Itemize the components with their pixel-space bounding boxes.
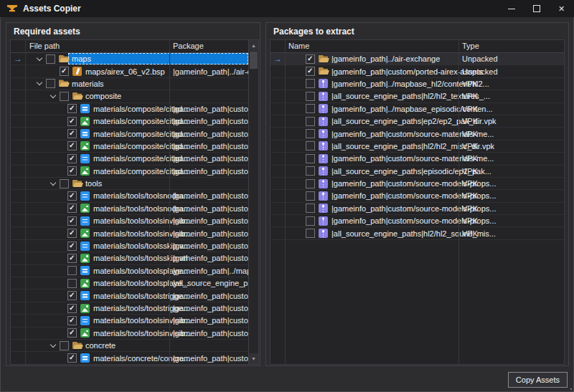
tree-row[interactable]: materials/composite/citad...|gameinfo_pa… [11, 115, 248, 128]
row-checkbox[interactable] [67, 216, 77, 226]
row-content: |gameinfo_path|custom/source-models-prop… [285, 190, 564, 201]
package-row[interactable]: |all_source_engine_paths|episodic/ep1_pa… [270, 166, 564, 178]
row-checkbox[interactable] [67, 166, 77, 176]
row-checkbox[interactable] [306, 129, 315, 138]
tree-row[interactable]: materials/tools/toolstrigge...|gameinfo_… [11, 302, 248, 315]
row-checkbox[interactable] [67, 279, 77, 288]
resize-grip[interactable] [568, 386, 573, 391]
package-row[interactable]: |gameinfo_path|custom/source-materials-m… [270, 153, 564, 165]
package-row[interactable]: |gameinfo_path|../mapbase_episodic/conte… [270, 103, 564, 115]
row-checkbox[interactable] [306, 229, 315, 238]
tree-row[interactable]: materials/tools/toolsplaye...|all_source… [11, 277, 248, 290]
row-checkbox[interactable] [306, 141, 315, 150]
row-checkbox[interactable] [67, 242, 77, 251]
package-row[interactable]: |gameinfo_path|custom/ported-airex-asset… [270, 65, 564, 77]
tree-row[interactable]: composite [11, 90, 248, 102]
row-checkbox[interactable] [306, 204, 315, 213]
row-checkbox[interactable] [67, 304, 77, 313]
tree-row[interactable]: materials/tools/toolsskip.v...|gameinfo_… [11, 240, 248, 252]
tree-row[interactable]: concrete [11, 340, 248, 352]
row-checkbox[interactable] [46, 54, 55, 64]
expander-chevron-icon[interactable] [35, 79, 44, 88]
row-checkbox[interactable] [67, 204, 77, 213]
tree-row[interactable]: materials/tools/toolsnodra...|gameinfo_p… [11, 203, 248, 215]
tree-row[interactable]: materials/tools/toolsinvisib...|gameinfo… [11, 215, 248, 227]
row-checkbox[interactable] [306, 79, 315, 88]
tree-row[interactable]: materials/tools/toolsinvisib...|gameinfo… [11, 328, 248, 340]
tree-row[interactable]: materials/composite/citad...|gameinfo_pa… [11, 140, 248, 153]
row-checkbox[interactable] [67, 266, 77, 275]
package-row[interactable]: |gameinfo_path|../mapbase_hl2/content/hl… [270, 78, 564, 90]
row-checkbox[interactable] [306, 117, 315, 126]
row-checkbox[interactable] [46, 79, 55, 88]
expander-chevron-icon[interactable] [49, 341, 58, 350]
copy-assets-button[interactable]: Copy Assets [508, 372, 568, 388]
tree-row[interactable]: materials/tools/toolstrigge...|gameinfo_… [11, 290, 248, 302]
expander-chevron-icon[interactable] [35, 54, 44, 64]
row-checkbox[interactable] [306, 92, 315, 101]
package-row[interactable]: |all_source_engine_paths|hl2/hl2_sound_m… [270, 227, 564, 239]
row-checkbox[interactable] [306, 67, 315, 76]
package-row[interactable]: |gameinfo_path|custom/source-models-prop… [270, 203, 564, 215]
row-checkbox[interactable] [67, 129, 77, 138]
row-checkbox[interactable] [306, 104, 315, 113]
package-cell-label [169, 53, 248, 64]
column-header-file-path[interactable]: File path [29, 42, 60, 50]
close-button-icon[interactable]: ✕ [549, 0, 574, 17]
row-checkbox[interactable] [67, 328, 77, 338]
expander-chevron-icon[interactable] [49, 92, 58, 101]
expander-chevron-icon[interactable] [49, 179, 58, 188]
maximize-button-icon[interactable] [524, 0, 549, 17]
row-checkbox[interactable] [306, 166, 315, 176]
row-checkbox[interactable] [306, 216, 315, 226]
tree-row[interactable]: materials/tools/toolsplaye...|gameinfo_p… [11, 265, 248, 277]
row-checkbox[interactable] [60, 341, 69, 350]
tree-row[interactable]: maps/airex_06_v2.bsp|gameinfo_path|../ai… [11, 65, 248, 77]
package-row[interactable]: |all_source_engine_paths|hl2/hl2_misc_di… [270, 140, 564, 153]
row-checkbox[interactable] [67, 117, 77, 126]
minimize-button-icon[interactable] [499, 0, 524, 17]
package-row[interactable]: |gameinfo_path|custom/source-models-prop… [270, 190, 564, 202]
scrollbar-thumb[interactable] [250, 52, 258, 69]
column-header-type[interactable]: Type [462, 42, 479, 50]
row-checkbox[interactable] [67, 154, 77, 163]
row-checkbox[interactable] [67, 353, 77, 363]
tree-row[interactable]: materials/composite/citad...|gameinfo_pa… [11, 153, 248, 165]
tree-row[interactable]: materials [11, 78, 248, 90]
tree-row[interactable]: →maps [11, 53, 248, 65]
row-checkbox[interactable] [306, 154, 315, 163]
package-row[interactable]: |gameinfo_path|custom/source-models-prop… [270, 215, 564, 227]
column-header-name[interactable]: Name [288, 42, 309, 50]
tree-row[interactable]: materials/tools/toolsskip.vtf|gameinfo_p… [11, 252, 248, 264]
row-checkbox[interactable] [67, 254, 77, 263]
tree-row[interactable]: materials/composite/citad...|gameinfo_pa… [11, 128, 248, 140]
row-checkbox[interactable] [67, 291, 77, 300]
row-checkbox[interactable] [67, 229, 77, 238]
row-checkbox[interactable] [67, 191, 77, 201]
row-checkbox[interactable] [67, 141, 77, 150]
row-checkbox[interactable] [306, 179, 315, 188]
row-checkbox[interactable] [67, 104, 77, 113]
tree-row[interactable]: materials/tools/toolsnodra...|gameinfo_p… [11, 190, 248, 202]
row-checkbox[interactable] [306, 54, 315, 64]
scroll-up-icon[interactable]: ▲ [249, 40, 258, 51]
tree-row[interactable]: materials/tools/toolsinvisib...|gameinfo… [11, 227, 248, 239]
column-header-package[interactable]: Package [173, 42, 204, 50]
tree-row[interactable]: materials/composite/citad...|gameinfo_pa… [11, 166, 248, 178]
tree-row[interactable]: materials/concrete/concre...|gameinfo_pa… [11, 352, 248, 364]
row-checkbox[interactable] [306, 191, 315, 201]
package-row[interactable]: |gameinfo_path|custom/source-models-prop… [270, 178, 564, 190]
package-row[interactable]: →|gameinfo_path|../air-exchangeUnpacked [270, 53, 564, 65]
vertical-scrollbar[interactable]: ▲ ▼ [248, 40, 258, 364]
tree-row[interactable]: materials/tools/toolsinvisib...|gameinfo… [11, 315, 248, 327]
row-checkbox[interactable] [60, 92, 69, 101]
row-checkbox[interactable] [67, 316, 77, 325]
tree-row[interactable]: tools [11, 178, 248, 190]
package-row[interactable]: |gameinfo_path|custom/source-materials-m… [270, 128, 564, 140]
row-checkbox[interactable] [60, 67, 69, 76]
tree-row[interactable]: materials/composite/citad...|gameinfo_pa… [11, 103, 248, 115]
scroll-down-icon[interactable]: ▼ [249, 353, 258, 364]
package-row[interactable]: |all_source_engine_paths|ep2/ep2_pak_dir… [270, 115, 564, 128]
package-row[interactable]: |all_source_engine_paths|hl2/hl2_texture… [270, 90, 564, 102]
row-checkbox[interactable] [60, 179, 69, 188]
